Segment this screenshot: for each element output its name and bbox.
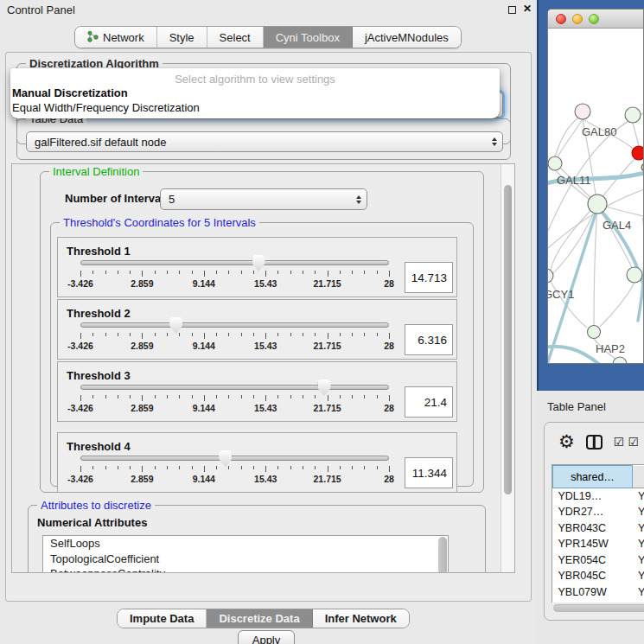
tab-label: Select <box>220 31 251 44</box>
popup-option-equal-width-frequency-discretization[interactable]: Equal Width/Frequency Discretization <box>10 100 500 115</box>
popup-option-manual-discretization[interactable]: Manual Discretization <box>10 86 500 100</box>
tab-style[interactable]: Style <box>157 27 207 48</box>
table-row[interactable]: YBL079WYBL0 <box>553 584 644 601</box>
network-node[interactable] <box>588 194 607 214</box>
table-cell[interactable]: YDL1 <box>633 488 644 505</box>
table-cell[interactable]: YBR045C <box>553 568 633 584</box>
table-cell[interactable]: YLR3 <box>633 600 644 603</box>
threshold-value-field[interactable]: 14.713 <box>405 262 453 293</box>
network-edge[interactable] <box>633 123 639 146</box>
table-cell[interactable]: YDL19… <box>553 488 633 505</box>
slider-tick <box>192 271 193 274</box>
gear-icon[interactable]: ⚙ <box>558 433 575 450</box>
table-cell[interactable]: YBL0 <box>633 584 644 601</box>
threshold-value-field[interactable]: 21.4 <box>405 386 453 418</box>
tab-discretize-data[interactable]: Discretize Data <box>207 609 312 628</box>
table-cell[interactable]: YDR2 <box>633 504 644 520</box>
network-node[interactable] <box>548 269 553 283</box>
network-edge-thick[interactable] <box>548 347 603 364</box>
slider-tick <box>179 271 180 274</box>
scrollbar-thumb[interactable] <box>504 185 512 494</box>
network-edge[interactable] <box>600 283 634 327</box>
network-node[interactable] <box>632 146 644 160</box>
attribute-list-item[interactable]: TopologicalCoefficient <box>43 552 448 567</box>
network-edge[interactable] <box>551 204 597 270</box>
node-label: GAL11 <box>557 174 591 187</box>
table-data-combo[interactable]: galFiltered.sif default node <box>26 131 503 152</box>
network-node[interactable] <box>548 156 562 170</box>
column-header-shared-name[interactable]: shared… <box>553 466 633 488</box>
zoom-traffic-light-icon[interactable] <box>589 14 599 24</box>
table-row[interactable]: YDL19…YDL1 <box>553 488 644 505</box>
slider-tick <box>167 395 168 399</box>
table-cell[interactable]: YBR0 <box>633 568 644 584</box>
tab-jactivemnodules[interactable]: jActiveMNodules <box>353 27 461 48</box>
checkbox-icon[interactable]: ☑ <box>628 435 639 449</box>
checkbox-icon[interactable]: ☑ <box>614 435 625 449</box>
scrollbar-track[interactable] <box>501 164 514 573</box>
network-canvas[interactable]: GAL80GACGAL11GAL4GCY1HHAP2 <box>548 29 644 364</box>
table-cell[interactable]: YPR145W <box>553 536 633 552</box>
tab-infer-network[interactable]: Infer Network <box>313 609 409 628</box>
slider-tick <box>364 333 365 336</box>
network-node[interactable] <box>625 107 641 123</box>
slider-tick <box>290 271 291 274</box>
column-header-name[interactable]: na <box>633 466 644 488</box>
table-cell[interactable]: YBL079W <box>553 584 633 601</box>
table-cell[interactable]: YPR1 <box>633 536 644 552</box>
close-icon[interactable]: ✕ <box>523 3 532 15</box>
split-view-icon[interactable] <box>586 435 603 450</box>
network-node[interactable] <box>627 267 642 283</box>
tab-label: jActiveMNodules <box>365 31 449 44</box>
minimize-traffic-light-icon[interactable] <box>572 14 583 24</box>
table-row[interactable]: YLR345WYLR3 <box>553 600 644 603</box>
slider-thumb[interactable] <box>252 255 265 271</box>
table-cell[interactable]: YER0 <box>633 552 644 569</box>
network-node[interactable] <box>588 326 601 339</box>
table-cell[interactable]: YLR345W <box>553 600 633 603</box>
slider-scale-label: 2.859 <box>118 278 166 289</box>
table-cell[interactable]: YER054C <box>553 552 633 569</box>
slider-thumb[interactable] <box>219 450 232 467</box>
threshold-value-field[interactable]: 6.316 <box>405 324 453 355</box>
slider-scale-label: 15.43 <box>241 474 290 484</box>
network-window-titlebar[interactable] <box>548 10 644 29</box>
table-row[interactable]: YBR045CYBR0 <box>553 568 644 584</box>
network-edge[interactable] <box>555 117 579 157</box>
slider-thumb[interactable] <box>318 379 331 396</box>
node-label: C <box>641 161 644 174</box>
slider-track[interactable] <box>80 456 389 461</box>
tab-impute-data[interactable]: Impute Data <box>118 609 207 628</box>
numerical-attributes-list[interactable]: SelfLoopsTopologicalCoefficientBetweenne… <box>42 535 449 573</box>
list-scrollbar[interactable] <box>438 537 447 573</box>
table-row[interactable]: YBR043CYBR0 <box>553 520 644 537</box>
network-edge[interactable] <box>548 214 593 286</box>
node-table[interactable]: shared… na YDL19…YDL1YDR27…YDR2YBR043CYB… <box>552 464 644 603</box>
close-traffic-light-icon[interactable] <box>556 14 566 24</box>
apply-button[interactable]: Apply <box>238 630 295 644</box>
network-node[interactable] <box>575 104 590 119</box>
slider-thumb[interactable] <box>169 317 182 334</box>
slider-track[interactable] <box>80 260 389 265</box>
float-window-icon[interactable] <box>508 6 516 14</box>
attribute-list-item[interactable]: BetweennessCentrality <box>43 566 448 573</box>
number-of-intervals-combo[interactable]: 5 <box>160 188 367 210</box>
slider-track[interactable] <box>80 385 389 390</box>
slider-tick <box>352 271 353 274</box>
attribute-list-item[interactable]: SelfLoops <box>43 536 448 552</box>
threshold-value-field[interactable]: 11.344 <box>405 457 453 488</box>
tab-cyni-toolbox[interactable]: Cyni Toolbox <box>264 27 353 48</box>
table-cell[interactable]: YBR043C <box>553 520 633 537</box>
table-row[interactable]: YER054CYER0 <box>553 552 644 569</box>
table-cell[interactable]: YBR0 <box>633 520 644 537</box>
tab-network[interactable]: Network <box>75 27 157 48</box>
tab-select[interactable]: Select <box>207 27 264 48</box>
slider-track[interactable] <box>80 322 389 328</box>
slider-tick <box>80 333 81 339</box>
slider-tick <box>340 333 341 336</box>
horizontal-scrollbar-thumb[interactable] <box>553 604 644 612</box>
table-cell[interactable]: YDR27… <box>553 504 633 520</box>
table-row[interactable]: YPR145WYPR1 <box>553 536 644 552</box>
table-row[interactable]: YDR27…YDR2 <box>553 504 644 520</box>
tab-label: Network <box>103 31 144 44</box>
